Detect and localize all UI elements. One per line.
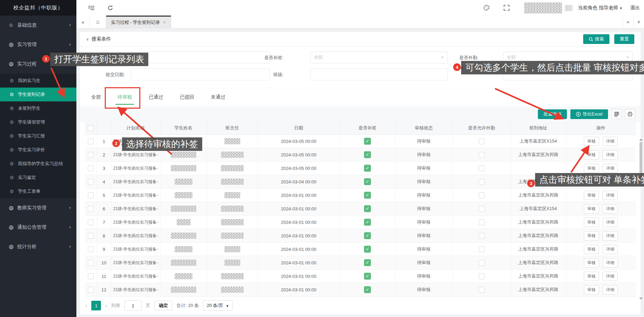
field-allowed-checkbox[interactable] xyxy=(479,260,485,266)
reset-button[interactable]: 重置 xyxy=(614,34,634,44)
is-resign-select[interactable]: 全部 ▼ xyxy=(310,52,448,63)
field-allowed-checkbox[interactable] xyxy=(479,287,485,293)
sidebar-item-未签到学生[interactable]: ⚙未签到学生 xyxy=(0,101,76,115)
current-role-dropdown[interactable]: 当前角色 指导老师 ▼ xyxy=(578,5,623,11)
status-tab-已驳回[interactable]: 已驳回 xyxy=(180,88,194,106)
field-allowed-checkbox[interactable] xyxy=(479,152,485,158)
review-button[interactable]: 审核 xyxy=(584,164,599,173)
is-outwork-select[interactable]: 全部 ▼ xyxy=(503,52,633,63)
home-icon[interactable]: ⌂ xyxy=(90,16,106,28)
status-tab-全部[interactable]: 全部 xyxy=(91,88,101,106)
sidebar-item-学生签到记录[interactable]: ⚙学生签到记录 xyxy=(0,88,76,101)
collapse-search-chevron-icon[interactable]: ∨ xyxy=(86,37,89,42)
status-tab-未通过[interactable]: 未通过 xyxy=(211,88,225,106)
sidebar-item-实习过程[interactable]: 实习过程▲ xyxy=(0,54,76,74)
scrollbar-thumb[interactable] xyxy=(640,142,642,179)
row-checkbox[interactable] xyxy=(88,273,94,279)
sidebar-item-实习管理[interactable]: 实习管理▼ xyxy=(0,35,76,54)
review-button[interactable]: 审核 xyxy=(584,177,599,187)
detail-button[interactable]: 详细 xyxy=(603,258,618,268)
review-button[interactable]: 审核 xyxy=(584,231,599,241)
detail-button[interactable]: 详细 xyxy=(603,272,618,281)
table-scrollbar[interactable] xyxy=(639,137,643,301)
logout-button[interactable]: 退出 xyxy=(630,5,640,11)
field-allowed-checkbox[interactable] xyxy=(479,179,485,185)
row-checkbox[interactable] xyxy=(88,179,94,185)
prev-page-button[interactable]: ‹ xyxy=(85,302,87,309)
close-tab-icon[interactable]: × xyxy=(164,20,166,25)
status-tab-待审核[interactable]: 待审核 xyxy=(118,88,132,106)
field-allowed-checkbox[interactable] xyxy=(479,192,485,198)
goto-page-input[interactable] xyxy=(124,300,142,311)
review-button[interactable]: 审核 xyxy=(584,191,599,200)
search-button[interactable]: 搜索 xyxy=(583,34,609,44)
active-page-tab[interactable]: 实习过程 - 学生签到记录 × xyxy=(106,16,171,28)
avatar[interactable] xyxy=(524,2,562,13)
sidebar-item-通知公告管理[interactable]: 通知公告管理▼ xyxy=(0,218,76,237)
submit-date-input[interactable] xyxy=(131,69,270,80)
field-allowed-checkbox[interactable] xyxy=(479,273,485,279)
sidebar-item-我指导的学生实习总结[interactable]: ⚙我指导的学生实习总结 xyxy=(0,157,76,171)
field-allowed-checkbox[interactable] xyxy=(479,165,485,171)
detail-button[interactable]: 详细 xyxy=(603,245,618,254)
review-button[interactable]: 审核 xyxy=(584,137,599,146)
detail-button[interactable]: 详细 xyxy=(603,164,618,173)
row-checkbox[interactable] xyxy=(88,192,94,198)
class-input[interactable] xyxy=(310,69,448,80)
confirm-page-button[interactable]: 确定 xyxy=(155,301,172,310)
row-checkbox[interactable] xyxy=(88,219,94,225)
row-checkbox[interactable] xyxy=(88,233,94,239)
scroll-up-icon[interactable] xyxy=(639,137,643,141)
extra-filter-input[interactable] xyxy=(503,69,633,80)
field-allowed-checkbox[interactable] xyxy=(479,219,485,225)
detail-button[interactable]: 详细 xyxy=(603,218,618,227)
row-checkbox[interactable] xyxy=(88,287,94,293)
refresh-icon[interactable] xyxy=(108,5,113,11)
review-button[interactable]: 审核 xyxy=(584,245,599,254)
sidebar-item-实习鉴定[interactable]: ⚙实习鉴定 xyxy=(0,171,76,184)
row-checkbox[interactable] xyxy=(88,165,94,171)
detail-button[interactable]: 详细 xyxy=(603,177,618,187)
field-allowed-checkbox[interactable] xyxy=(479,138,485,144)
tabs-scroll-right-icon[interactable]: » xyxy=(623,16,633,28)
detail-button[interactable]: 详细 xyxy=(603,285,618,295)
batch-review-button[interactable]: 批量审核 xyxy=(538,109,567,119)
review-button[interactable]: 审核 xyxy=(584,285,599,295)
detail-button[interactable]: 详细 xyxy=(603,191,618,200)
sidebar-item-我的实习生[interactable]: ⚙我的实习生 xyxy=(0,74,76,88)
review-button[interactable]: 审核 xyxy=(584,150,599,160)
field-allowed-checkbox[interactable] xyxy=(479,233,485,239)
detail-button[interactable]: 详细 xyxy=(603,231,618,241)
column-settings-button[interactable] xyxy=(612,109,622,119)
sidebar-item-教师实习管理[interactable]: 教师实习管理▼ xyxy=(0,198,76,218)
tabs-menu-chevron-icon[interactable]: ∨ xyxy=(633,16,644,28)
row-checkbox[interactable] xyxy=(88,152,94,158)
row-checkbox[interactable] xyxy=(88,138,94,144)
print-button[interactable] xyxy=(625,109,635,119)
sidebar-item-学生工资单[interactable]: ⚙学生工资单 xyxy=(0,184,76,198)
field-allowed-checkbox[interactable] xyxy=(479,206,485,212)
page-number-button[interactable]: 1 xyxy=(91,301,101,310)
sidebar-item-基础信息[interactable]: ⚙基础信息▼ xyxy=(0,16,76,35)
scroll-down-icon[interactable] xyxy=(639,298,643,301)
theme-palette-icon[interactable] xyxy=(483,4,490,11)
collapse-sidebar-icon[interactable] xyxy=(88,6,94,10)
field-allowed-checkbox[interactable] xyxy=(479,246,485,252)
detail-button[interactable]: 详细 xyxy=(603,204,618,214)
sidebar-item-学生实习评价[interactable]: ⚙学生实习评价 xyxy=(0,143,76,157)
sidebar-item-学生请假管理[interactable]: ⚙学生请假管理 xyxy=(0,115,76,129)
row-checkbox[interactable] xyxy=(88,260,94,266)
next-page-button[interactable]: › xyxy=(105,302,107,309)
row-checkbox[interactable] xyxy=(88,206,94,212)
tabs-collapse-left-icon[interactable]: « xyxy=(76,16,90,28)
review-button[interactable]: 审核 xyxy=(584,204,599,214)
review-button[interactable]: 审核 xyxy=(584,272,599,281)
detail-button[interactable]: 详细 xyxy=(603,137,618,146)
row-checkbox[interactable] xyxy=(88,246,94,252)
review-button[interactable]: 审核 xyxy=(584,258,599,268)
export-excel-button[interactable]: 导出Excel xyxy=(570,109,608,119)
select-all-checkbox[interactable] xyxy=(88,125,94,131)
review-button[interactable]: 审核 xyxy=(584,218,599,227)
sidebar-item-学生实习汇报[interactable]: ⚙学生实习汇报 xyxy=(0,129,76,143)
sidebar-item-统计分析[interactable]: 统计分析▼ xyxy=(0,237,76,256)
